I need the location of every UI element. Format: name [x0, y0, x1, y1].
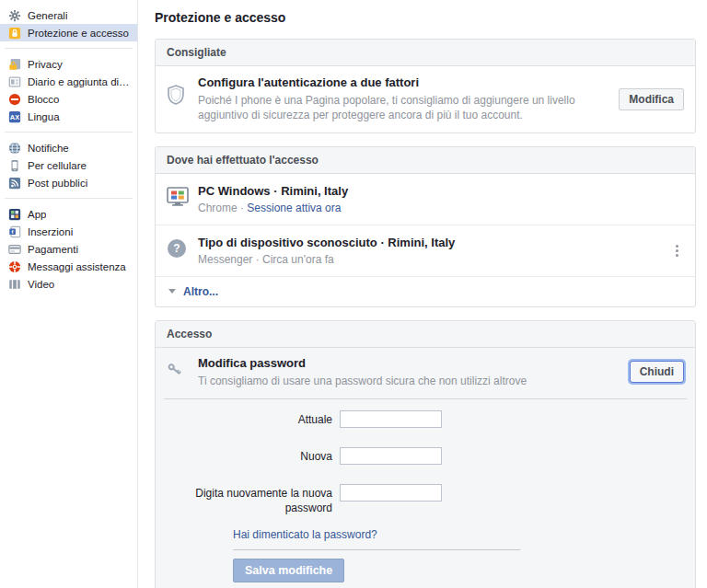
ads-icon: f — [7, 225, 21, 238]
close-button[interactable]: Chiudi — [630, 361, 684, 383]
session-text: Tipo di dispositivo sconosciuto · Rimini… — [198, 236, 670, 266]
sidebar-item-inserzioni[interactable]: f Inserzioni — [0, 223, 137, 240]
sidebar-item-video[interactable]: Video — [0, 275, 137, 293]
sidebar-item-diario-e-aggiunta-di-tag[interactable]: Diario e aggiunta di tag — [0, 73, 137, 90]
session-title: Tipo di dispositivo sconosciuto · Rimini… — [198, 236, 670, 251]
sidebar-separator — [5, 132, 133, 133]
sidebar-item-label: Generali — [28, 10, 67, 21]
sidebar-item-label: Video — [28, 279, 54, 290]
retype-password-field-row: Digita nuovamente la nuova password — [156, 484, 695, 515]
new-password-field-row: Nuova — [156, 447, 695, 465]
settings-page: Generali Protezione e accesso Privacy Di… — [0, 0, 707, 588]
two-factor-edit-button[interactable]: Modifica — [619, 88, 684, 110]
see-more-sessions[interactable]: Altro... — [156, 277, 695, 306]
two-factor-description: Poiché I phone è una Pagina popolare, ti… — [198, 93, 619, 123]
login-card: Accesso Modifica password Ti consigliamo… — [155, 320, 696, 588]
timeline-icon — [7, 75, 21, 88]
new-password-input[interactable] — [340, 447, 442, 465]
form-divider — [233, 549, 520, 550]
session-meta: Chrome · Sessione attiva ora — [198, 202, 684, 214]
two-factor-title: Configura l'autenticazione a due fattori — [198, 75, 619, 91]
sidebar-item-label: Post pubblici — [28, 178, 87, 189]
sidebar-item-per-cellulare[interactable]: Per cellulare — [0, 156, 137, 174]
sidebar-item-label: App — [28, 209, 46, 220]
sidebar-item-blocco[interactable]: Blocco — [0, 90, 137, 108]
active-session-link[interactable]: Sessione attiva ora — [247, 202, 341, 214]
current-password-label: Attuale — [156, 410, 332, 428]
sidebar-item-post-pubblici[interactable]: Post pubblici — [0, 174, 137, 191]
chevron-down-icon — [168, 289, 176, 294]
new-password-label: Nuova — [156, 447, 332, 465]
sidebar-item-label: Privacy — [28, 59, 63, 70]
page-title: Protezione e accesso — [155, 10, 696, 25]
block-icon — [7, 92, 21, 106]
video-icon — [7, 277, 21, 291]
unknown-device-icon: ? — [167, 236, 198, 261]
security-lock-icon — [7, 26, 21, 40]
sidebar-separator — [5, 198, 133, 199]
retype-password-input[interactable] — [340, 484, 442, 502]
support-icon — [7, 259, 21, 273]
two-factor-row: Configura l'autenticazione a due fattori… — [156, 66, 695, 133]
payments-card-icon — [7, 242, 21, 256]
change-password-title: Modifica password — [198, 356, 630, 372]
sidebar-separator — [5, 48, 133, 49]
mobile-icon — [7, 158, 21, 172]
gear-icon — [7, 8, 21, 22]
sidebar-item-label: Messaggi assistenza — [28, 261, 126, 272]
save-changes-button[interactable]: Salva modifiche — [233, 559, 344, 582]
language-icon: AX — [7, 110, 21, 123]
current-password-input[interactable] — [340, 410, 442, 428]
sidebar-item-lingua[interactable]: AX Lingua — [0, 108, 137, 125]
session-browser: Chrome · — [198, 202, 247, 214]
svg-text:?: ? — [173, 242, 180, 255]
sidebar-item-pagamenti[interactable]: Pagamenti — [0, 240, 137, 258]
sidebar-item-messaggi-assistenza[interactable]: Messaggi assistenza — [0, 258, 137, 275]
change-password-form: Attuale Nuova Digita nuovamente la nuova… — [156, 399, 695, 588]
settings-sidebar: Generali Protezione e accesso Privacy Di… — [0, 0, 138, 588]
change-password-panel: Modifica password Ti consigliamo di usar… — [156, 348, 695, 588]
sidebar-item-privacy[interactable]: Privacy — [0, 55, 137, 73]
sessions-card: Dove hai effettuato l'accesso PC Windows… — [155, 146, 696, 307]
rss-icon — [7, 176, 21, 190]
change-password-row: Modifica password Ti consigliamo di usar… — [156, 348, 695, 398]
key-icon — [167, 356, 198, 388]
session-text: PC Windows · Rimini, Italy Chrome · Sess… — [198, 184, 684, 214]
sidebar-item-label: Lingua — [28, 111, 60, 122]
sidebar-item-label: Blocco — [28, 94, 60, 105]
sidebar-item-notifiche[interactable]: Notifiche — [0, 139, 137, 156]
sidebar-item-generali[interactable]: Generali — [0, 6, 137, 24]
globe-icon — [7, 141, 21, 155]
session-options-menu-icon[interactable] — [670, 241, 684, 260]
shield-icon — [167, 75, 198, 123]
change-password-text: Modifica password Ti consigliamo di usar… — [198, 356, 630, 388]
windows-monitor-icon — [167, 184, 198, 210]
recommended-card: Consigliate Configura l'autenticazione a… — [155, 39, 696, 133]
forgot-password-link[interactable]: Hai dimenticato la password? — [233, 528, 377, 541]
sidebar-item-label: Inserzioni — [28, 226, 73, 237]
sidebar-item-label: Notifiche — [28, 143, 69, 154]
login-card-header: Accesso — [156, 321, 695, 348]
sidebar-item-label: Pagamenti — [28, 244, 78, 255]
sidebar-item-label: Per cellulare — [28, 160, 87, 171]
recommended-card-header: Consigliate — [156, 40, 695, 66]
svg-text:AX: AX — [9, 112, 18, 121]
sessions-card-header: Dove hai effettuato l'accesso — [156, 147, 695, 174]
current-password-field-row: Attuale — [156, 410, 695, 428]
change-password-description: Ti consigliamo di usare una password sic… — [198, 374, 630, 389]
session-meta: Messenger · Circa un'ora fa — [198, 253, 670, 266]
sidebar-item-label: Diario e aggiunta di tag — [28, 76, 130, 87]
main-content: Protezione e accesso Consigliate Configu… — [138, 0, 707, 588]
sidebar-item-app[interactable]: App — [0, 205, 137, 223]
see-more-label: Altro... — [183, 285, 218, 298]
sidebar-item-protezione-e-accesso[interactable]: Protezione e accesso — [0, 24, 137, 41]
apps-grid-icon — [7, 207, 21, 221]
session-row-pc-windows: PC Windows · Rimini, Italy Chrome · Sess… — [156, 174, 695, 225]
retype-password-label: Digita nuovamente la nuova password — [156, 484, 332, 515]
session-title: PC Windows · Rimini, Italy — [198, 184, 684, 200]
sidebar-item-label: Protezione e accesso — [28, 28, 129, 39]
two-factor-text: Configura l'autenticazione a due fattori… — [198, 75, 619, 123]
privacy-lock-icon — [7, 57, 21, 71]
session-row-unknown-device: ? Tipo di dispositivo sconosciuto · Rimi… — [156, 225, 695, 277]
